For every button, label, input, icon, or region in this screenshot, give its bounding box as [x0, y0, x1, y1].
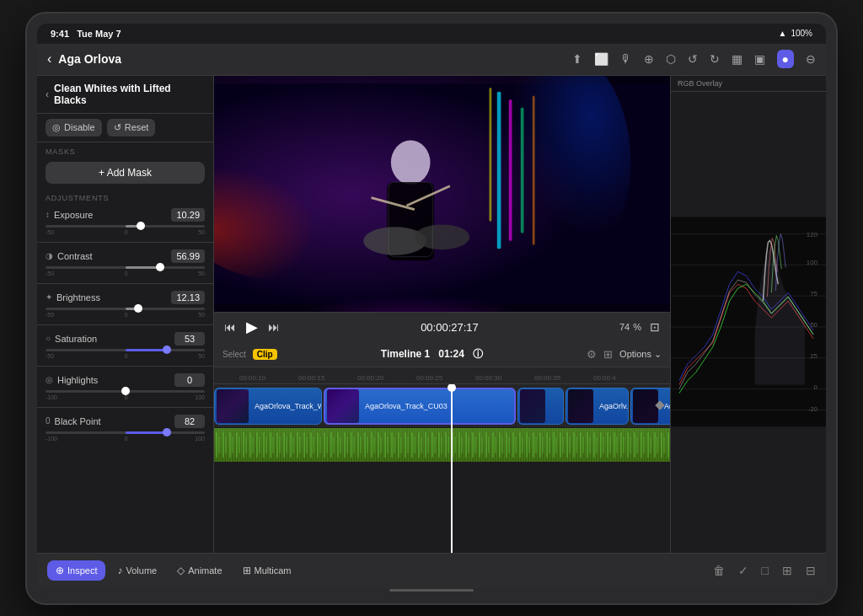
mic-icon[interactable]: 🎙: [620, 52, 632, 66]
reset-button[interactable]: ↺ Reset: [107, 119, 156, 137]
pin-icon[interactable]: ⊕: [644, 52, 654, 66]
left-panel: ‹ Clean Whites with Lifted Blacks ◎ Disa…: [37, 76, 214, 553]
contrast-value[interactable]: 56.99: [171, 249, 205, 263]
disable-button[interactable]: ◎ Disable: [46, 119, 102, 137]
timeline-actions: ⚙ ⊞ Options ⌄: [587, 348, 662, 361]
ruler-mark-6: 00:00:35: [534, 374, 560, 382]
reset-icon: ↺: [114, 122, 121, 133]
brightness-value[interactable]: 12.13: [171, 291, 205, 304]
brightness-label: ✦ Brightness: [46, 292, 100, 303]
split-icon[interactable]: ⊞: [782, 564, 792, 577]
wifi-icon: ▲: [779, 29, 787, 38]
image-icon[interactable]: ▣: [754, 52, 765, 66]
project-title: Aga Orlova: [58, 52, 565, 66]
checkmark-icon[interactable]: ✓: [738, 564, 748, 577]
video-scene: [214, 76, 670, 312]
chevron-down-icon: ⌄: [654, 349, 662, 360]
timeline-area: Select Clip Timeline 1 01:24 ⓘ ⚙ ⊞: [214, 342, 670, 553]
bottom-toolbar: ⊕ Inspect ♪ Volume ◇ Animate ⊞ Multicam …: [37, 553, 826, 588]
tab-animate[interactable]: ◇ Animate: [169, 560, 230, 581]
right-panel: RGB Overlay 120: [670, 76, 826, 553]
delete-icon[interactable]: 🗑: [713, 564, 725, 577]
saturation-label: ○ Saturation: [46, 334, 97, 344]
active-tool-icon[interactable]: ●: [777, 50, 794, 68]
exposure-slider[interactable]: [46, 225, 205, 228]
aspect-ratio-icon[interactable]: ⊡: [650, 320, 660, 334]
saturation-adjustment: ○ Saturation 53 -50050: [37, 329, 213, 362]
center-area: ⏮ ▶ ⏭ 00:00:27:17 74 % ⊡ Select Clip: [214, 76, 670, 553]
svg-rect-8: [533, 95, 535, 244]
black-point-adjustment: 0 Black Point 82 -1000100: [37, 411, 213, 445]
timeline-view-icon[interactable]: ⊞: [603, 348, 613, 361]
status-time: 9:41 Tue May 7: [51, 29, 121, 39]
rewind-button[interactable]: ⏮: [224, 320, 236, 334]
timeline-ruler: 00:00:10 00:00:15 00:00:20 00:00:25 00:0…: [214, 367, 670, 384]
clip-4-label: AgaOrlv...: [595, 400, 628, 412]
redo-icon[interactable]: ↻: [710, 52, 720, 66]
disable-label: Disable: [64, 122, 95, 132]
options-button[interactable]: Options ⌄: [619, 349, 662, 360]
playhead[interactable]: [451, 384, 453, 553]
ipad-screen: 9:41 Tue May 7 ▲ 100% ‹ Aga Orlova ⬆ ⬜ 🎙…: [37, 24, 826, 593]
share-icon[interactable]: ⬡: [666, 52, 676, 66]
zoom-value: 74: [619, 322, 630, 332]
tab-volume[interactable]: ♪ Volume: [109, 560, 165, 581]
ruler-mark-3: 00:00:20: [357, 374, 383, 382]
tab-multicam[interactable]: ⊞ Multicam: [234, 560, 300, 581]
timeline-header: Select Clip Timeline 1 01:24 ⓘ ⚙ ⊞: [214, 342, 670, 367]
undo-icon[interactable]: ↺: [688, 52, 698, 66]
trim-icon[interactable]: ⊟: [806, 564, 816, 577]
video-track: AgaOrlova_Track_Wide01 AgaOrlova_Track_C…: [214, 384, 670, 428]
video-clip-3[interactable]: [517, 388, 564, 425]
video-clip-4[interactable]: AgaOrlv...: [566, 388, 629, 425]
playhead-handle: [448, 384, 456, 392]
video-clip-2[interactable]: AgaOrlova_Track_CU03: [324, 388, 516, 425]
rgb-waveform-svg: 120 100 75 50 25 0 -20: [671, 92, 826, 552]
select-label: Select: [222, 350, 246, 359]
highlights-icon: ◎: [46, 375, 53, 384]
tab-inspect[interactable]: ⊕ Inspect: [47, 560, 105, 581]
highlights-label: ◎ Highlights: [46, 375, 98, 385]
reset-label: Reset: [125, 122, 149, 132]
svg-text:-20: -20: [808, 405, 818, 413]
exposure-value[interactable]: 10.29: [171, 208, 205, 222]
add-mask-button[interactable]: + Add Mask: [46, 162, 205, 184]
more-icon[interactable]: ⊖: [806, 52, 816, 66]
timeline-settings-icon[interactable]: ⚙: [587, 348, 597, 361]
timeline-info-icon[interactable]: ⓘ: [473, 348, 483, 360]
panel-header: ‹ Clean Whites with Lifted Blacks: [37, 76, 213, 114]
svg-text:0: 0: [814, 383, 818, 390]
upload-icon[interactable]: ⬆: [572, 52, 582, 66]
exposure-label: ↕ Exposure: [46, 210, 93, 220]
svg-point-14: [415, 224, 469, 249]
highlights-value[interactable]: 0: [174, 373, 205, 387]
camera-icon[interactable]: ⬜: [594, 52, 608, 66]
video-clip-1[interactable]: AgaOrlova_Track_Wide01: [214, 388, 322, 425]
contrast-icon: ◑: [46, 251, 53, 260]
svg-text:25: 25: [810, 351, 817, 359]
panel-back-icon[interactable]: ‹: [46, 88, 49, 100]
contrast-slider[interactable]: [46, 266, 205, 269]
back-button[interactable]: ‹: [47, 51, 51, 67]
highlights-slider[interactable]: [46, 390, 205, 393]
crop-icon[interactable]: □: [762, 564, 769, 577]
black-point-slider[interactable]: [46, 431, 205, 434]
multicam-icon: ⊞: [243, 565, 251, 576]
brightness-slider[interactable]: [46, 308, 205, 310]
forward-button[interactable]: ⏭: [268, 320, 280, 334]
home-bar: [389, 589, 474, 592]
adjustments-section-label: ADJUSTMENTS: [37, 189, 213, 205]
add-mask-label: + Add Mask: [99, 167, 152, 179]
saturation-slider[interactable]: [46, 349, 205, 351]
main-content: ‹ Clean Whites with Lifted Blacks ◎ Disa…: [37, 76, 826, 553]
contrast-label: ◑ Contrast: [46, 251, 93, 261]
saturation-value[interactable]: 53: [174, 332, 205, 345]
photo-icon[interactable]: ▦: [732, 52, 742, 66]
title-bar: ‹ Aga Orlova ⬆ ⬜ 🎙 ⊕ ⬡ ↺ ↻ ▦ ▣ ● ⊖: [37, 44, 826, 76]
play-button[interactable]: ▶: [246, 318, 258, 336]
ruler-mark-7: 00:00:4: [593, 374, 616, 382]
black-point-value[interactable]: 82: [174, 415, 205, 428]
highlights-adjustment: ◎ Highlights 0 -1000100: [37, 370, 213, 404]
bottom-actions: 🗑 ✓ □ ⊞ ⊟: [713, 564, 816, 577]
status-icons: ▲ 100%: [779, 29, 812, 38]
